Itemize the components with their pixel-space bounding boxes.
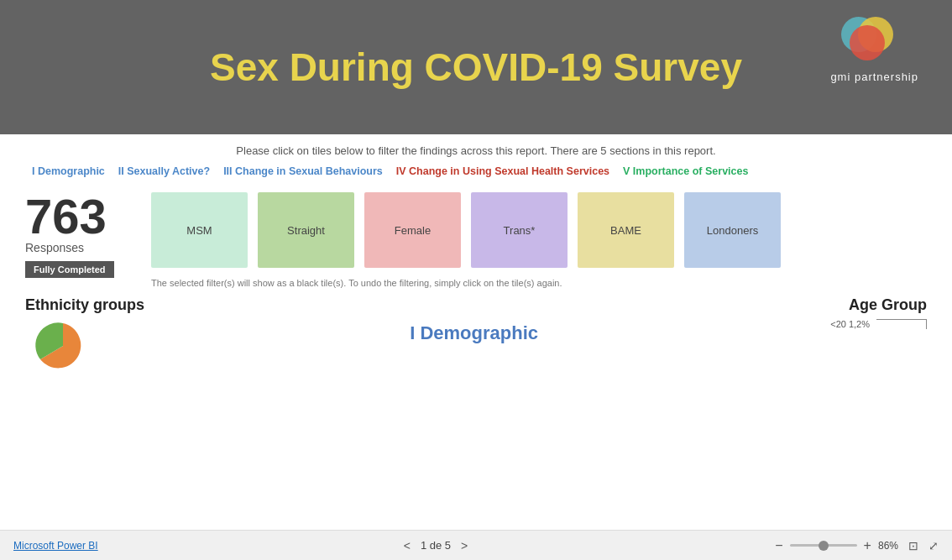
filter-hint: The selected filter(s) will show as a bl… <box>151 278 571 288</box>
bottom-section: Ethnicity groups Age Group <box>25 296 927 314</box>
zoom-slider[interactable] <box>790 544 857 547</box>
circle-red <box>850 25 885 60</box>
nav-link-change-using-services[interactable]: IV Change in Using Sexual Health Service… <box>390 164 616 179</box>
age-group-title: Age Group <box>849 296 927 314</box>
ethnicity-title: Ethnicity groups <box>25 296 144 314</box>
tile-straight[interactable]: Straight <box>258 192 354 268</box>
footer: Microsoft Power BI < 1 de 5 > − + 86% ⊡ … <box>0 530 952 560</box>
tile-female[interactable]: Female <box>364 192 461 268</box>
logo-container: gmi partnership <box>830 17 918 83</box>
demographic-row: I Demographic <20 1,2% <box>25 319 927 374</box>
stats-section: 763 Responses Fully Completed MSM Straig… <box>25 192 927 288</box>
expand-button[interactable]: ⤢ <box>928 539 939 552</box>
age-annotation-label: <20 1,2% <box>830 319 870 329</box>
age-annotation-area: <20 1,2% <box>830 319 927 331</box>
page-title: Sex During COVID-19 Survey <box>210 44 742 90</box>
nav-link-demographic[interactable]: I Demographic <box>25 164 112 179</box>
age-annotation: <20 1,2% <box>830 319 927 329</box>
tile-msm[interactable]: MSM <box>151 192 248 268</box>
responses-block: 763 Responses Fully Completed <box>25 192 134 278</box>
zoom-level: 86% <box>878 540 898 552</box>
nav-link-importance-services[interactable]: V Importance of Services <box>616 164 755 179</box>
tile-trans[interactable]: Trans* <box>471 192 568 268</box>
page-indicator: 1 de 5 <box>421 539 451 552</box>
page-header: Sex During COVID-19 Survey gmi partnersh… <box>0 0 952 134</box>
responses-label: Responses <box>25 241 84 254</box>
zoom-slider-thumb <box>819 541 829 551</box>
logo-circles <box>841 17 908 67</box>
nav-links: I Demographic II Sexually Active? III Ch… <box>25 164 927 179</box>
zoom-control: − + 86% <box>773 538 898 553</box>
main-content: Please click on tiles below to filter th… <box>0 134 952 530</box>
nav-link-change-sexual-behaviours[interactable]: III Change in Sexual Behaviours <box>217 164 390 179</box>
tiles-section: MSM Straight Female Trans* BAME Londoner… <box>151 192 927 288</box>
responses-count: 763 <box>25 192 107 241</box>
prev-page-button[interactable]: < <box>400 537 414 554</box>
zoom-out-button[interactable]: − <box>773 538 784 553</box>
nav-link-sexually-active[interactable]: II Sexually Active? <box>112 164 217 179</box>
tiles-row: MSM Straight Female Trans* BAME Londoner… <box>151 192 927 268</box>
footer-pagination: < 1 de 5 > <box>400 537 472 554</box>
pie-chart <box>25 319 101 374</box>
age-bracket <box>876 319 927 329</box>
zoom-in-button[interactable]: + <box>862 538 873 553</box>
logo-text: gmi partnership <box>830 71 918 83</box>
footer-right: − + 86% ⊡ ⤢ <box>773 538 939 553</box>
tile-bame[interactable]: BAME <box>578 192 674 268</box>
fit-page-button[interactable]: ⊡ <box>908 539 918 552</box>
tile-londoners[interactable]: Londoners <box>684 192 781 268</box>
power-bi-link[interactable]: Microsoft Power BI <box>13 540 98 552</box>
next-page-button[interactable]: > <box>458 537 471 554</box>
demographic-section-title: I Demographic <box>118 322 830 344</box>
fully-completed-button[interactable]: Fully Completed <box>25 261 114 278</box>
instruction-text: Please click on tiles below to filter th… <box>25 144 927 157</box>
